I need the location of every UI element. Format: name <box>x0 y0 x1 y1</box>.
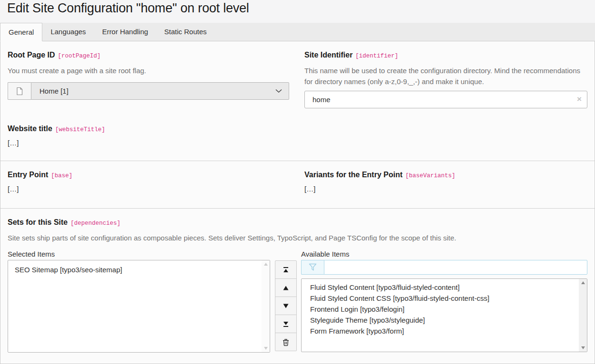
list-item[interactable]: SEO Sitemap [typo3/seo-sitemap] <box>8 260 270 275</box>
available-items-filter <box>301 260 587 275</box>
selected-items-label: Selected Items <box>8 250 270 258</box>
site-identifier-input-wrap: × <box>304 91 587 108</box>
variants-label: Variants for the Entry Point <box>304 171 402 179</box>
list-item[interactable]: Styleguide Theme [typo3/styleguide] <box>303 315 585 326</box>
move-to-bottom-button[interactable] <box>275 315 297 333</box>
page-title: Edit Site Configuration "home" on root l… <box>7 1 588 16</box>
scrollbar[interactable] <box>262 260 270 352</box>
tab-bar: General Languages Error Handling Static … <box>0 23 595 41</box>
entry-point-expand-toggle[interactable]: […] <box>8 185 19 193</box>
available-items-label: Available Items <box>301 250 587 258</box>
page-icon <box>8 82 31 100</box>
sets-label-row: Sets for this Site[dependencies] <box>8 218 587 227</box>
entry-point-code: [base] <box>51 172 72 179</box>
list-item[interactable]: Fluid Styled Content CSS [typo3/fluid-st… <box>303 293 585 304</box>
root-page-id-code: [rootPageId] <box>58 53 101 59</box>
root-page-id-label: Root Page ID <box>8 51 55 59</box>
site-identifier-label-row: Site Identifier[identifier] <box>304 51 587 59</box>
clear-input-icon[interactable]: × <box>577 95 582 104</box>
tab-static-routes[interactable]: Static Routes <box>156 23 215 41</box>
available-items-listbox[interactable]: Fluid Styled Content [typo3/fluid-styled… <box>301 278 587 352</box>
move-down-button[interactable] <box>275 297 297 315</box>
site-identifier-input[interactable] <box>304 91 587 108</box>
move-up-button[interactable] <box>275 278 297 297</box>
website-title-label: Website title <box>8 125 52 133</box>
move-up-icon <box>283 286 289 290</box>
filter-input[interactable] <box>324 260 587 275</box>
website-title-field: Website title[websiteTitle] […] <box>8 125 587 147</box>
section-sets: Sets for this Site[dependencies] Site se… <box>0 208 595 364</box>
root-page-id-select-value[interactable]: Home [1] <box>31 82 289 100</box>
tab-general[interactable]: General <box>0 23 42 41</box>
selected-items-listbox[interactable]: SEO Sitemap [typo3/seo-sitemap] <box>8 260 270 353</box>
move-down-icon <box>283 304 289 308</box>
move-to-top-icon <box>283 267 289 273</box>
tab-languages[interactable]: Languages <box>42 23 94 41</box>
filter-funnel-icon <box>301 260 324 275</box>
sets-description: Site sets ship parts of site configurati… <box>8 232 587 243</box>
section-root-and-identifier: Root Page ID[rootPageId] You must create… <box>0 41 595 161</box>
module-header: Edit Site Configuration "home" on root l… <box>0 0 595 23</box>
site-identifier-code: [identifier] <box>355 53 398 59</box>
website-title-code: [websiteTitle] <box>55 126 105 133</box>
site-identifier-description: This name will be used to create the con… <box>304 65 587 87</box>
variants-expand-toggle[interactable]: […] <box>304 185 315 193</box>
list-item[interactable]: Form Framework [typo3/form] <box>303 326 585 336</box>
tab-error-handling[interactable]: Error Handling <box>94 23 156 41</box>
sets-code: [dependencies] <box>70 220 120 227</box>
site-identifier-label: Site Identifier <box>304 51 352 59</box>
scroll-up-icon[interactable] <box>264 263 268 266</box>
tab-panel-general: Root Page ID[rootPageId] You must create… <box>0 41 595 364</box>
list-item[interactable]: Fluid Styled Content [typo3/fluid-styled… <box>303 282 585 293</box>
website-title-expand-toggle[interactable]: […] <box>8 139 19 147</box>
scroll-down-icon[interactable] <box>581 346 585 349</box>
root-page-id-label-row: Root Page ID[rootPageId] <box>8 51 289 59</box>
trash-icon <box>283 338 289 346</box>
move-to-top-button[interactable] <box>275 260 297 279</box>
root-page-id-description: You must create a page with a site root … <box>8 65 289 76</box>
chevron-down-icon <box>275 89 282 93</box>
root-page-id-select[interactable]: Home [1] <box>8 82 289 100</box>
list-item[interactable]: Frontend Login [typo3/felogin] <box>303 304 585 315</box>
scrollbar[interactable] <box>579 279 587 352</box>
sets-label: Sets for this Site <box>8 218 68 226</box>
variants-code: [baseVariants] <box>405 172 455 179</box>
scroll-down-icon[interactable] <box>264 347 268 350</box>
scroll-up-icon[interactable] <box>581 281 585 284</box>
entry-point-label: Entry Point <box>8 171 48 179</box>
list-action-buttons <box>275 250 297 351</box>
section-entry-point: Entry Point[base] […] Variants for the E… <box>0 161 595 208</box>
delete-button[interactable] <box>275 333 297 351</box>
site-configuration-module: Edit Site Configuration "home" on root l… <box>0 0 595 364</box>
move-to-bottom-icon <box>283 321 289 327</box>
